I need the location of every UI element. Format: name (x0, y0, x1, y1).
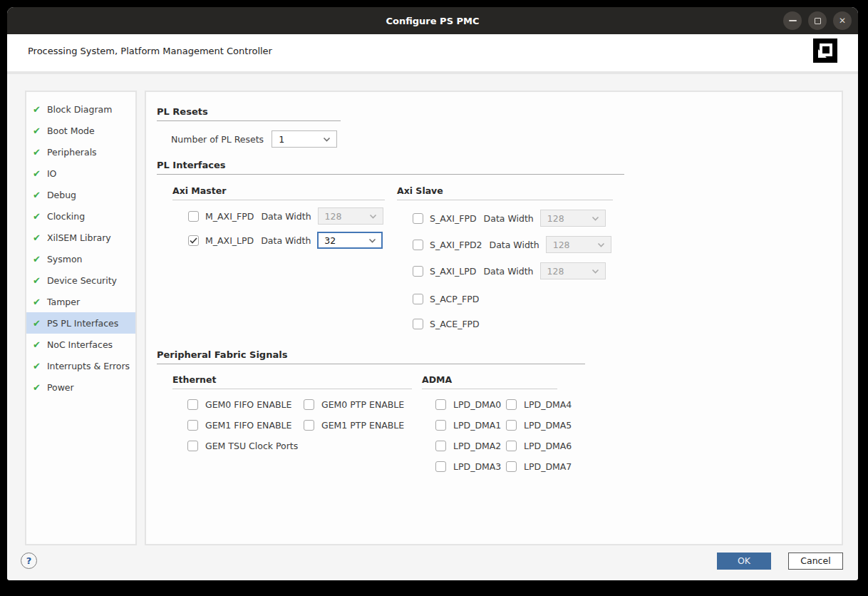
lpd-dma5-label: LPD_DMA5 (524, 420, 572, 431)
sidebar-item-noc-interfaces[interactable]: ✔ NoC Interfaces (26, 334, 135, 355)
lpd-dma2-checkbox[interactable] (435, 441, 446, 451)
adma-row: LPD_DMA3 LPD_DMA7 (435, 461, 557, 472)
maximize-button[interactable] (808, 11, 827, 30)
lpd-dma3-checkbox[interactable] (435, 461, 446, 472)
gem0-ptp-enable-checkbox[interactable] (304, 399, 314, 410)
dropdown-value: 32 (324, 235, 336, 246)
gem0-fifo-enable-label: GEM0 FIFO ENABLE (205, 399, 291, 410)
dialog-header: Processing System, Platform Management C… (7, 34, 858, 74)
chevron-down-icon (591, 269, 599, 274)
ok-button[interactable]: OK (717, 553, 771, 570)
lpd-dma6-checkbox[interactable] (506, 441, 517, 451)
lpd-dma7-label: LPD_DMA7 (524, 461, 572, 472)
sidebar-item-boot-mode[interactable]: ✔ Boot Mode (26, 120, 135, 141)
window-controls: ✕ (783, 11, 852, 30)
sidebar: ✔ Block Diagram ✔ Boot Mode ✔ Peripheral… (25, 91, 137, 545)
sidebar-item-label: XilSEM Library (47, 232, 111, 243)
lpd-dma4-checkbox[interactable] (506, 399, 517, 410)
sidebar-item-label: Block Diagram (47, 104, 112, 115)
lpd-dma0-checkbox[interactable] (435, 399, 446, 410)
m-axi-fpd-label: M_AXI_FPD (205, 211, 254, 222)
dropdown-value: 128 (553, 240, 570, 250)
checkmark-icon: ✔ (33, 319, 41, 328)
sidebar-item-ps-pl-interfaces[interactable]: ✔ PS PL Interfaces (26, 312, 135, 334)
sidebar-item-tamper[interactable]: ✔ Tamper (26, 291, 135, 312)
sidebar-item-label: Device Security (47, 275, 117, 286)
s-axi-fpd2-row: S_AXI_FPD2 Data Width 128 (413, 236, 613, 253)
sidebar-item-peripherals[interactable]: ✔ Peripherals (26, 141, 135, 163)
sidebar-item-label: NoC Interfaces (47, 339, 113, 350)
sidebar-item-label: Tamper (47, 297, 80, 307)
sidebar-item-label: Boot Mode (47, 125, 95, 136)
s-axi-lpd-data-width-dropdown: 128 (540, 262, 606, 279)
checkmark-icon: ✔ (33, 276, 41, 285)
lpd-dma7-checkbox[interactable] (506, 461, 517, 472)
gem1-fifo-enable-checkbox[interactable] (187, 420, 198, 431)
gem-tsu-clock-ports-label: GEM TSU Clock Ports (205, 441, 298, 451)
s-acp-fpd-checkbox[interactable] (413, 294, 423, 304)
adma-row: LPD_DMA2 LPD_DMA6 (435, 441, 557, 451)
s-axi-fpd2-label: S_AXI_FPD2 (430, 240, 482, 250)
dialog-subtitle: Processing System, Platform Management C… (28, 46, 272, 56)
cancel-button[interactable]: Cancel (788, 553, 843, 570)
close-button[interactable]: ✕ (833, 11, 852, 30)
checkmark-icon: ✔ (33, 126, 41, 135)
sidebar-item-block-diagram[interactable]: ✔ Block Diagram (26, 98, 135, 120)
gem0-fifo-enable-checkbox[interactable] (187, 399, 198, 410)
sidebar-item-label: Power (47, 382, 74, 393)
s-axi-fpd2-checkbox[interactable] (413, 240, 423, 250)
m-axi-lpd-data-width-dropdown[interactable]: 32 (317, 232, 383, 249)
gem-tsu-clock-ports-checkbox[interactable] (187, 441, 198, 451)
help-button[interactable]: ? (21, 553, 37, 569)
dropdown-value: 1 (279, 134, 284, 145)
s-axi-fpd2-data-width-dropdown: 128 (546, 236, 611, 253)
question-mark-icon: ? (26, 555, 32, 566)
m-axi-lpd-label: M_AXI_LPD (205, 235, 254, 246)
data-width-label: Data Width (483, 266, 533, 277)
sidebar-item-power[interactable]: ✔ Power (26, 376, 135, 398)
s-ace-fpd-checkbox[interactable] (413, 319, 423, 329)
gem1-ptp-enable-checkbox[interactable] (304, 420, 314, 431)
minimize-button[interactable] (783, 11, 802, 30)
ethernet-row: GEM TSU Clock Ports (187, 441, 412, 451)
axi-slave-section: Axi Slave S_AXI_FPD Data Width 128 (397, 185, 613, 329)
axi-slave-title: Axi Slave (397, 185, 613, 200)
data-width-label: Data Width (261, 235, 311, 246)
sidebar-item-interrupts-errors[interactable]: ✔ Interrupts & Errors (26, 355, 135, 376)
m-axi-fpd-checkbox[interactable] (188, 211, 199, 222)
axi-master-title: Axi Master (172, 185, 385, 200)
sidebar-item-debug[interactable]: ✔ Debug (26, 184, 135, 205)
s-axi-lpd-label: S_AXI_LPD (430, 266, 476, 277)
sidebar-item-xilsem-library[interactable]: ✔ XilSEM Library (26, 227, 135, 248)
lpd-dma3-label: LPD_DMA3 (453, 461, 501, 472)
gem1-ptp-enable-label: GEM1 PTP ENABLE (321, 420, 404, 431)
data-width-label: Data Width (261, 211, 311, 222)
gem1-fifo-enable-label: GEM1 FIFO ENABLE (205, 420, 291, 431)
section-peripheral-fabric-signals: Peripheral Fabric Signals Ethernet GEM0 … (157, 349, 827, 472)
dropdown-value: 128 (325, 211, 342, 222)
m-axi-lpd-row: M_AXI_LPD Data Width 32 (188, 232, 385, 249)
data-width-label: Data Width (490, 240, 539, 250)
lpd-dma4-label: LPD_DMA4 (524, 399, 572, 410)
sidebar-item-device-security[interactable]: ✔ Device Security (26, 269, 135, 291)
sidebar-item-label: IO (47, 168, 57, 179)
checkmark-icon: ✔ (33, 297, 41, 307)
sidebar-item-clocking[interactable]: ✔ Clocking (26, 205, 135, 227)
lpd-dma1-checkbox[interactable] (435, 420, 446, 431)
adma-section: ADMA LPD_DMA0 LPD_DMA4 (422, 374, 557, 472)
m-axi-lpd-checkbox[interactable] (188, 235, 199, 246)
s-axi-lpd-checkbox[interactable] (413, 266, 423, 277)
number-of-pl-resets-dropdown[interactable]: 1 (272, 130, 337, 148)
dropdown-value: 128 (547, 213, 564, 224)
dropdown-value: 128 (547, 266, 564, 277)
chevron-down-icon (591, 216, 599, 221)
sidebar-item-label: Interrupts & Errors (47, 361, 130, 371)
s-axi-lpd-row: S_AXI_LPD Data Width 128 (413, 262, 613, 279)
lpd-dma5-checkbox[interactable] (506, 420, 517, 431)
data-width-label: Data Width (484, 213, 534, 224)
number-of-pl-resets-row: Number of PL Resets 1 (171, 130, 827, 148)
sidebar-item-sysmon[interactable]: ✔ Sysmon (26, 248, 135, 269)
s-axi-fpd-checkbox[interactable] (413, 213, 423, 224)
sidebar-item-io[interactable]: ✔ IO (26, 163, 135, 184)
dialog-body: ✔ Block Diagram ✔ Boot Mode ✔ Peripheral… (7, 74, 858, 580)
